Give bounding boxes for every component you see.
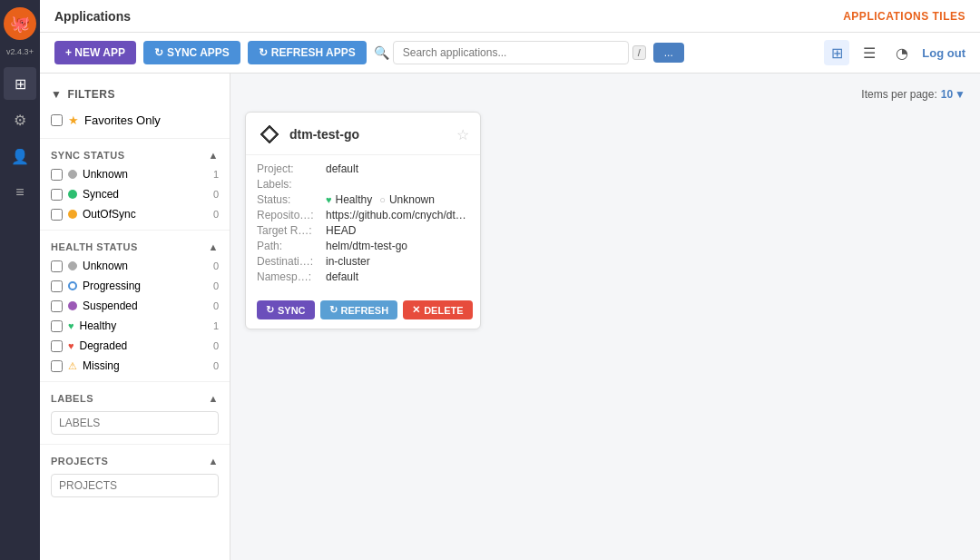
labels-detail-label: Labels: — [257, 178, 322, 191]
filter-icon: ▼ — [51, 88, 62, 101]
target-label: Target R…: — [257, 224, 322, 237]
sync-icon: ↻ — [154, 46, 163, 59]
unknown-health-checkbox[interactable] — [51, 260, 63, 272]
synced-count: 0 — [206, 189, 219, 200]
path-row: Path: helm/dtm-test-go — [257, 240, 469, 252]
filter-synced: Synced 0 — [40, 184, 230, 204]
favorites-row: ★ Favorites Only — [40, 108, 230, 133]
delete-button[interactable]: ✕ DELETE — [403, 300, 472, 319]
list-view-button[interactable]: ☰ — [857, 40, 882, 65]
logout-button[interactable]: Log out — [922, 46, 965, 60]
unknown-sync-label: Unknown — [83, 168, 201, 181]
action-bar-right: ⊞ ☰ ◔ Log out — [824, 40, 965, 65]
degraded-checkbox[interactable] — [51, 340, 63, 352]
sidebar-item-docs[interactable]: ≡ — [4, 176, 36, 209]
healthy-label: Healthy — [80, 319, 201, 332]
sync-status-label: SYNC STATUS — [51, 150, 125, 161]
missing-label: Missing — [83, 359, 201, 372]
filter-suspended: Suspended 0 — [40, 296, 230, 316]
content-area: ▼ FILTERS ★ Favorites Only SYNC STATUS ▲… — [40, 74, 980, 560]
page-title: Applications — [54, 9, 131, 24]
health-status-label: HEALTH STATUS — [51, 241, 138, 252]
sync-status-toggle: ▲ — [209, 150, 219, 161]
sync-btn-icon: ↻ — [266, 304, 274, 316]
synced-label: Synced — [83, 188, 201, 201]
search-container: 🔍 / — [374, 41, 646, 64]
avatar[interactable]: 🐙 — [4, 7, 36, 40]
target-value: HEAD — [326, 224, 356, 237]
sidebar-item-user[interactable]: 👤 — [4, 140, 36, 172]
missing-checkbox[interactable] — [51, 360, 63, 372]
refresh-icon: ↻ — [259, 46, 268, 59]
new-app-button[interactable]: + NEW APP — [54, 41, 136, 64]
progressing-count: 0 — [206, 280, 219, 291]
missing-count: 0 — [206, 360, 219, 371]
top-bar-left: Applications — [54, 9, 131, 24]
unknown-sync-dot — [68, 170, 77, 179]
path-label: Path: — [257, 240, 322, 252]
refresh-btn-icon: ↻ — [329, 304, 338, 316]
refresh-button[interactable]: ↻ REFRESH — [320, 300, 398, 319]
app-diamond-icon — [257, 122, 282, 147]
project-value: default — [326, 162, 358, 175]
degraded-label: Degraded — [80, 339, 201, 352]
top-bar: Applications APPLICATIONS TILES — [40, 0, 980, 33]
chart-view-button[interactable]: ◔ — [889, 40, 915, 65]
app-card-header: dtm-test-go ☆ — [246, 113, 480, 155]
status-row: Status: ♥ Healthy ○ Unknown — [257, 193, 469, 206]
labels-row: Labels: — [257, 178, 469, 191]
health-status-header[interactable]: HEALTH STATUS ▲ — [40, 236, 230, 256]
unknown-health-dot — [68, 261, 77, 270]
labels-header[interactable]: LABELS ▲ — [40, 388, 230, 408]
target-row: Target R…: HEAD — [257, 224, 469, 237]
search-input[interactable] — [393, 41, 629, 64]
outofsync-dot — [68, 210, 77, 219]
projects-input[interactable] — [51, 474, 219, 497]
items-per-page-button[interactable]: 10 ▼ — [941, 88, 965, 101]
sidebar-nav: 🐙 v2.4.3+ ⊞ ⚙ 👤 ≡ — [0, 0, 40, 560]
unknown-sync-count: 1 — [206, 169, 219, 180]
repo-value: https://github.com/cnych/dtm-test-go.git — [326, 209, 469, 221]
version-label: v2.4.3+ — [6, 47, 34, 56]
healthy-checkbox[interactable] — [51, 320, 63, 332]
outofsync-checkbox[interactable] — [51, 209, 63, 221]
degraded-dot: ♥ — [68, 340, 74, 351]
divider3 — [40, 381, 230, 382]
repo-label: Reposito…: — [257, 209, 322, 221]
tiles-area: Items per page: 10 ▼ dtm-test-go — [230, 74, 980, 560]
app-name[interactable]: dtm-test-go — [289, 127, 449, 142]
filter-missing: ⚠ Missing 0 — [40, 356, 230, 376]
namespace-value: default — [326, 270, 358, 283]
projects-header[interactable]: PROJECTS ▲ — [40, 450, 230, 470]
main-content: Applications APPLICATIONS TILES + NEW AP… — [40, 0, 980, 560]
app-card: dtm-test-go ☆ Project: default Labels: S… — [245, 112, 481, 329]
sidebar-item-home[interactable]: ⊞ — [4, 67, 36, 100]
action-bar: + NEW APP ↻ SYNC APPS ↻ REFRESH APPS 🔍 /… — [40, 33, 980, 74]
favorites-checkbox[interactable] — [51, 114, 63, 126]
labels-input[interactable] — [51, 411, 219, 435]
synced-checkbox[interactable] — [51, 189, 63, 201]
view-label: APPLICATIONS TILES — [843, 10, 965, 23]
health-status-toggle: ▲ — [209, 241, 219, 252]
grid-view-button[interactable]: ⊞ — [824, 40, 849, 65]
status-value: ♥ Healthy ○ Unknown — [326, 193, 435, 206]
namespace-badge[interactable]: ... — [653, 43, 684, 63]
sync-circle-icon: ○ — [379, 194, 386, 205]
filter-unknown-health: Unknown 0 — [40, 256, 230, 276]
unknown-sync-checkbox[interactable] — [51, 169, 63, 181]
labels-toggle: ▲ — [209, 393, 219, 404]
filters-sidebar: ▼ FILTERS ★ Favorites Only SYNC STATUS ▲… — [40, 74, 230, 560]
refresh-apps-button[interactable]: ↻ REFRESH APPS — [248, 41, 367, 64]
sync-status-header[interactable]: SYNC STATUS ▲ — [40, 144, 230, 164]
sync-apps-button[interactable]: ↻ SYNC APPS — [143, 41, 240, 64]
sidebar-item-gear[interactable]: ⚙ — [4, 103, 36, 136]
destination-row: Destinati…: in-cluster — [257, 255, 469, 268]
progressing-checkbox[interactable] — [51, 280, 63, 292]
sync-button[interactable]: ↻ SYNC — [257, 300, 315, 319]
suspended-checkbox[interactable] — [51, 300, 63, 312]
namespace-label: Namesp…: — [257, 270, 322, 283]
suspended-count: 0 — [206, 300, 219, 311]
project-row: Project: default — [257, 162, 469, 175]
suspended-label: Suspended — [83, 300, 201, 312]
favorite-icon[interactable]: ☆ — [456, 126, 469, 143]
